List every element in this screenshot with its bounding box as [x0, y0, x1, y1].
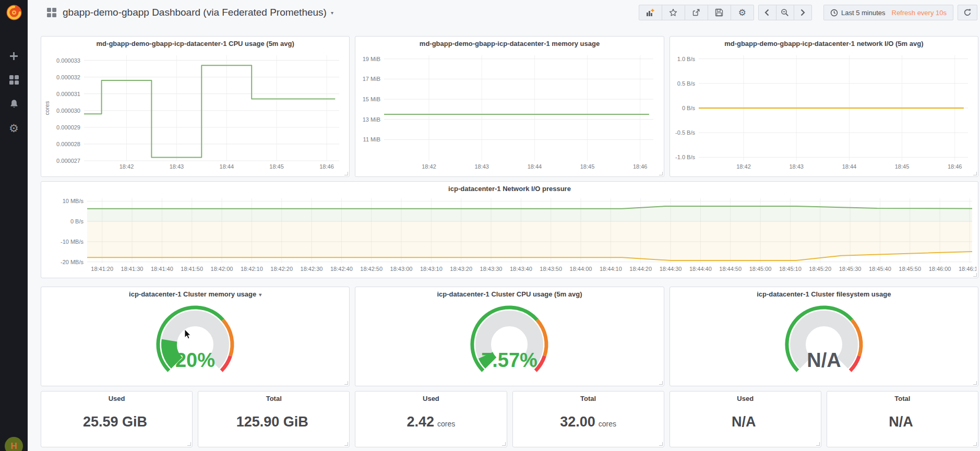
svg-text:18:46: 18:46	[319, 163, 334, 170]
save-button[interactable]	[708, 5, 731, 20]
stat-title[interactable]: Total	[580, 395, 596, 402]
svg-text:18:41:30: 18:41:30	[121, 266, 144, 272]
sidebar: ⚙ H	[0, 0, 28, 451]
svg-text:15 MiB: 15 MiB	[363, 96, 380, 102]
stat-title[interactable]: Used	[109, 395, 125, 402]
svg-text:cores: cores	[44, 101, 50, 115]
svg-text:19 MiB: 19 MiB	[363, 56, 380, 62]
panel-title[interactable]: md-gbapp-demo-gbapp-icp-datacenter-1 net…	[670, 40, 978, 48]
svg-text:18:46: 18:46	[948, 163, 962, 170]
panel-network-io: md-gbapp-demo-gbapp-icp-datacenter-1 net…	[670, 36, 978, 177]
svg-text:18:42:30: 18:42:30	[301, 266, 323, 272]
memory-usage-chart[interactable]: 18:4218:4318:4418:4518:4619 MiB17 MiB15 …	[357, 51, 662, 174]
dashboard-header: gbapp-demo-gbapp Dashboard (via Federate…	[28, 0, 980, 25]
svg-text:18:45:10: 18:45:10	[779, 266, 802, 272]
svg-text:7.57%: 7.57%	[482, 349, 538, 371]
stat-value: N/A	[732, 414, 756, 430]
svg-text:18:43:10: 18:43:10	[420, 266, 443, 272]
svg-text:18:45:50: 18:45:50	[899, 266, 921, 272]
share-button[interactable]	[685, 5, 708, 20]
time-forward-button[interactable]	[794, 5, 812, 20]
time-back-button[interactable]	[758, 5, 776, 20]
panel-title[interactable]: icp-datacenter-1 Cluster CPU usage (5m a…	[355, 290, 663, 298]
resize-handle[interactable]	[973, 273, 977, 277]
stat-title[interactable]: Used	[737, 395, 754, 402]
panel-actions-group: ⚙	[639, 5, 754, 20]
panel-stat-cpu-total: Total 32.00cores	[512, 391, 664, 447]
stat-title[interactable]: Total	[266, 395, 282, 402]
stat-title[interactable]: Used	[423, 395, 439, 402]
panel-settings-button[interactable]: ⚙	[731, 5, 754, 20]
zoom-out-button[interactable]	[776, 5, 794, 20]
svg-text:10 MB/s: 10 MB/s	[63, 198, 84, 204]
svg-text:0.000030: 0.000030	[56, 108, 80, 114]
svg-text:18:42: 18:42	[736, 163, 751, 170]
stat-value: 125.90 GiB	[236, 414, 308, 430]
alerting-bell-icon[interactable]	[8, 98, 20, 110]
svg-text:18:44:50: 18:44:50	[719, 266, 742, 272]
add-panel-button[interactable]	[639, 5, 662, 20]
resize-handle[interactable]	[816, 442, 820, 446]
settings-gear-icon[interactable]: ⚙	[8, 122, 20, 134]
svg-text:18:41:20: 18:41:20	[91, 266, 113, 272]
dashboard-picker-icon[interactable]	[47, 8, 56, 17]
panel-title[interactable]: md-gbapp-demo-gbapp-icp-datacenter-1 CPU…	[41, 40, 349, 48]
dashboards-grid-icon[interactable]	[8, 74, 20, 86]
panel-gauge-cpu: icp-datacenter-1 Cluster CPU usage (5m a…	[355, 287, 664, 386]
svg-text:0.000027: 0.000027	[56, 158, 80, 164]
panel-title[interactable]: md-gbapp-demo-gbapp-icp-datacenter-1 mem…	[355, 40, 663, 48]
panel-title[interactable]: icp-datacenter-1 Network I/O pressure	[41, 185, 978, 193]
svg-text:18:45:20: 18:45:20	[809, 266, 831, 272]
svg-text:18:42: 18:42	[422, 163, 437, 170]
resize-handle[interactable]	[344, 381, 348, 385]
panel-stat-fs-used: Used N/A	[670, 391, 821, 447]
panel-gauge-filesystem: icp-datacenter-1 Cluster filesystem usag…	[670, 287, 978, 386]
chevron-down-icon[interactable]: ▾	[331, 10, 333, 16]
svg-text:18:44:00: 18:44:00	[570, 266, 592, 272]
time-range-button[interactable]: Last 5 minutes Refresh every 10s	[823, 5, 953, 20]
resize-handle[interactable]	[502, 442, 506, 446]
svg-text:0 B/s: 0 B/s	[682, 105, 696, 111]
resize-handle[interactable]	[659, 381, 663, 385]
svg-text:18:43:00: 18:43:00	[390, 266, 413, 272]
network-io-chart[interactable]: 18:4218:4318:4418:4518:461.0 B/s0.5 B/s0…	[672, 51, 976, 174]
svg-text:18:44:30: 18:44:30	[660, 266, 682, 272]
network-pressure-chart[interactable]: 18:41:2018:41:3018:41:4018:41:5018:42:00…	[43, 195, 976, 277]
dashboard-title[interactable]: gbapp-demo-gbapp Dashboard (via Federate…	[63, 7, 327, 18]
resize-handle[interactable]	[659, 172, 663, 175]
svg-text:18:44:10: 18:44:10	[600, 266, 622, 272]
star-icon	[669, 8, 677, 17]
svg-text:18:45: 18:45	[894, 163, 909, 170]
panel-title[interactable]: icp-datacenter-1 Cluster filesystem usag…	[670, 290, 978, 298]
svg-text:18:43: 18:43	[475, 163, 489, 170]
resize-handle[interactable]	[659, 442, 663, 446]
create-plus-icon[interactable]	[8, 50, 20, 62]
resize-handle[interactable]	[973, 172, 977, 175]
panel-menu-caret-icon[interactable]: ▾	[259, 292, 261, 298]
resize-handle[interactable]	[344, 442, 348, 446]
svg-text:18:45: 18:45	[580, 163, 595, 170]
svg-text:0.5 B/s: 0.5 B/s	[677, 80, 695, 87]
panel-gauge-memory: icp-datacenter-1 Cluster memory usage▾ 2…	[41, 287, 350, 386]
svg-text:18:42:40: 18:42:40	[330, 266, 353, 272]
stat-value: 32.00	[560, 414, 595, 430]
stat-unit: cores	[599, 420, 616, 428]
star-button[interactable]	[662, 5, 685, 20]
resize-handle[interactable]	[187, 442, 191, 446]
stat-title[interactable]: Total	[894, 395, 910, 402]
user-avatar[interactable]: H	[5, 437, 23, 451]
resize-handle[interactable]	[973, 442, 977, 446]
svg-text:0 B/s: 0 B/s	[70, 218, 84, 224]
refresh-interval-label: Refresh every 10s	[892, 9, 947, 17]
toolbar: ⚙	[639, 5, 977, 20]
svg-text:13 MiB: 13 MiB	[363, 116, 380, 123]
panel-stat-cpu-used: Used 2.42cores	[355, 391, 507, 447]
resize-handle[interactable]	[973, 381, 977, 385]
filesystem-gauge: N/A	[772, 299, 876, 383]
resize-handle[interactable]	[344, 172, 348, 175]
refresh-button[interactable]	[958, 5, 977, 20]
grafana-logo[interactable]	[5, 4, 23, 21]
svg-text:18:43:20: 18:43:20	[450, 266, 472, 272]
cpu-usage-chart[interactable]: 18:4218:4318:4418:4518:460.0000330.00003…	[43, 51, 348, 174]
svg-text:18:41:40: 18:41:40	[151, 266, 173, 272]
